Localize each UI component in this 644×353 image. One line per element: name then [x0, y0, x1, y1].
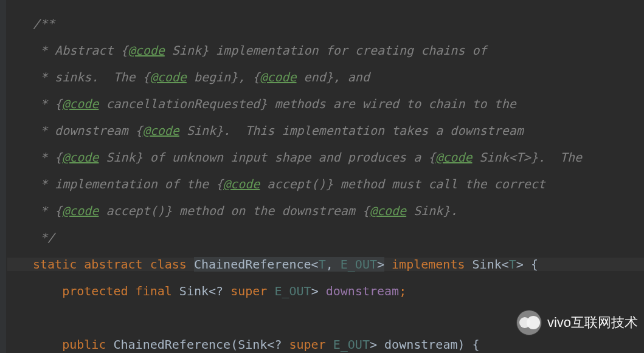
- code-line: * {@code Sink} of unknown input shape an…: [7, 151, 644, 164]
- code-line: public ChainedReference(Sink<? super E_O…: [7, 338, 644, 351]
- code-line: * Abstract {@code Sink} implementation f…: [7, 44, 644, 57]
- keyword: static: [33, 257, 84, 272]
- code-line: * {@code accept()} method on the downstr…: [7, 204, 644, 218]
- code-line: /**: [7, 17, 644, 30]
- code-line: */: [7, 231, 644, 244]
- code-line: [7, 311, 644, 324]
- javadoc-tag: @code: [128, 43, 165, 58]
- javadoc-text: /**: [33, 16, 55, 31]
- code-line: protected final Sink<? super E_OUT> down…: [7, 284, 644, 298]
- code-line: * downstream {@code Sink}. This implemen…: [7, 124, 644, 137]
- code-line: static abstract class ChainedReference<T…: [7, 258, 644, 271]
- class-name: ChainedReference: [194, 257, 311, 272]
- code-line: * implementation of the {@code accept()}…: [7, 177, 644, 191]
- code-editor[interactable]: /** * Abstract {@code Sink} implementati…: [0, 0, 644, 353]
- code-line: * sinks. The {@code begin}, {@code end},…: [7, 70, 644, 84]
- code-line: * {@code cancellationRequested} methods …: [7, 97, 644, 111]
- field: downstream: [326, 284, 399, 298]
